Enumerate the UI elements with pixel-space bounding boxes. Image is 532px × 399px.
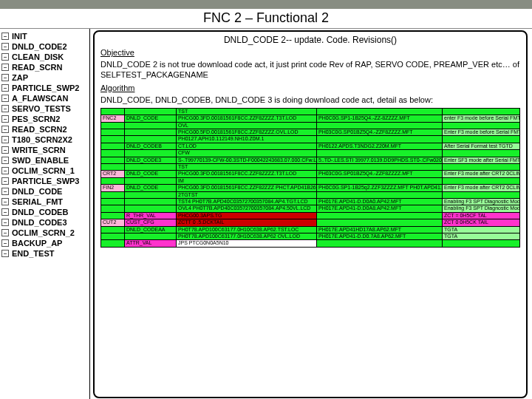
table-cell: PH0C0G.SP1-1B25Q4.-ZZ-8ZZZZ.MFT xyxy=(317,115,443,122)
tree-item-backup_ap[interactable]: BACKUP_AP xyxy=(1,238,88,248)
table-cell xyxy=(101,157,125,163)
table-cell xyxy=(101,108,125,115)
tree-sidebar: INITDNLD_CODE2CLEAN_DISKREAD_SCRNZAPPART… xyxy=(0,29,90,399)
table-cell xyxy=(125,164,177,171)
table-cell xyxy=(101,191,125,198)
expand-icon[interactable] xyxy=(1,167,9,174)
expand-icon[interactable] xyxy=(1,64,9,71)
expand-icon[interactable] xyxy=(1,219,9,226)
expand-icon[interactable] xyxy=(1,33,9,40)
tree-item-clean_disk[interactable]: CLEAN_DISK xyxy=(1,52,88,62)
table-cell xyxy=(101,226,125,233)
tree-item-swd_enable[interactable]: SWD_ENABLE xyxy=(1,155,88,166)
tree-item-write_scrn[interactable]: WRITE_SCRN xyxy=(1,145,88,155)
tree-item-label: OCLIM_SCRN_1 xyxy=(12,166,75,175)
table-row: TST4 PH0T7B.APD40C03572700357084.AP4.TGT… xyxy=(101,198,520,205)
tree-item-oclim_scrn_2[interactable]: OCLIM_SCRN_2 xyxy=(1,228,88,238)
table-cell xyxy=(317,219,443,226)
table-cell: CFW xyxy=(177,150,317,157)
table-cell: TST xyxy=(177,108,317,115)
tree-item-dnld_code[interactable]: DNLD_CODE xyxy=(1,186,88,197)
table-cell: Enter F3 mode after CRT2 0CLIM_SCFN stat… xyxy=(443,185,520,191)
tree-item-init[interactable]: INIT xyxy=(1,31,88,41)
table-cell: DNLD_CODE3 xyxy=(125,157,177,163)
tree-item-read_scrn2[interactable]: READ_SCRN2 xyxy=(1,124,88,134)
table-row: IM xyxy=(101,177,520,184)
table-cell xyxy=(101,136,125,143)
table-cell: 5..TD-.LES.STI 39977.0139.DD9PHDS.ST0-.C… xyxy=(317,157,443,163)
expand-icon[interactable] xyxy=(1,188,9,195)
table-cell: CRT2 xyxy=(101,171,125,177)
tree-item-particle_swp3[interactable]: PARTICLE_SWP3 xyxy=(1,176,88,186)
table-cell xyxy=(101,150,125,157)
tree-item-pes_scrn2[interactable]: PES_SCRN2 xyxy=(1,114,88,124)
tree-item-end_test[interactable]: END_TEST xyxy=(1,248,88,259)
tree-item-label: OCLIM_SCRN_2 xyxy=(12,228,75,237)
tree-item-particle_swp2[interactable]: PARTICLE_SWP2 xyxy=(1,83,88,93)
table-row: DNLD_CODEAAPH0T78.APD100C63177.0H10C638.… xyxy=(101,226,520,233)
expand-icon[interactable] xyxy=(1,198,9,205)
expand-icon[interactable] xyxy=(1,74,9,81)
table-cell: PH03C0G.SP01BZ5Q4.-ZZF8ZZZZ.MFT xyxy=(317,171,443,177)
expand-icon[interactable] xyxy=(1,146,9,154)
table-cell xyxy=(443,240,520,247)
expand-icon[interactable] xyxy=(1,43,9,50)
page-title: FNC 2 – Functional 2 xyxy=(0,9,532,29)
table-cell: TGTA xyxy=(443,233,520,239)
table-cell xyxy=(125,198,177,205)
tree-item-zap[interactable]: ZAP xyxy=(1,72,88,83)
table-cell: FIN2 xyxy=(101,185,125,191)
tree-item-label: A_FLAWSCAN xyxy=(12,94,68,103)
table-cell xyxy=(101,164,125,171)
table-cell: FNC2 xyxy=(101,115,125,122)
table-cell: ZCT = 0H5CF TAL xyxy=(443,212,520,219)
table-cell xyxy=(101,205,125,212)
function-title: DNLD_CODE 2-- update. Code. Revisions() xyxy=(100,35,520,47)
expand-icon[interactable] xyxy=(1,53,9,61)
tree-item-dnld_code3[interactable]: DNLD_CODE3 xyxy=(1,217,88,228)
tree-item-t180_scrn2x2[interactable]: T180_SCRN2X2 xyxy=(1,134,88,145)
table-cell: Enabling F3 SPT Diagnostic Mode TGT5 xyxy=(443,205,520,212)
expand-icon[interactable] xyxy=(1,229,9,236)
objective-text: DNLD_CODE 2 is not true download code ac… xyxy=(100,59,520,81)
table-cell: PH0122.APDS.T3NDG2.Z20M.MFT xyxy=(317,143,443,149)
tree-item-read_scrn[interactable]: READ_SCRN xyxy=(1,62,88,72)
tree-item-serial_fmt[interactable]: SERIAL_FMT xyxy=(1,197,88,207)
table-cell xyxy=(317,212,443,219)
expand-icon[interactable] xyxy=(1,177,9,185)
tree-item-dnld_codeb[interactable]: DNLD_CODEB xyxy=(1,207,88,217)
tree-item-dnld_code2[interactable]: DNLD_CODE2 xyxy=(1,41,88,52)
table-cell xyxy=(443,122,520,129)
table-row: FIN2DNLD_CODEPHCG00.3FD.00181561F8CC.ZZF… xyxy=(101,185,520,191)
table-cell: DNLD_CODEAA xyxy=(125,226,177,233)
expand-icon[interactable] xyxy=(1,115,9,123)
table-cell: DNLD_CODE xyxy=(125,185,177,191)
algorithm-text: DNLD_CODE, DNLD_CODEB, DNLD_CODE 3 is do… xyxy=(100,95,520,105)
expand-icon[interactable] xyxy=(1,95,9,102)
table-cell xyxy=(125,108,177,115)
tree-item-oclim_scrn_1[interactable]: OCLIM_SCRN_1 xyxy=(1,166,88,176)
expand-icon[interactable] xyxy=(1,136,9,143)
expand-icon[interactable] xyxy=(1,105,9,112)
table-cell: ATTR_VAL xyxy=(125,240,177,247)
table-row: 2TGTST xyxy=(101,191,520,198)
table-cell xyxy=(125,191,177,198)
table-cell xyxy=(125,205,177,212)
table-cell: Enter F3 mode after CRT2 0CLIM_SCFN stat… xyxy=(443,171,520,177)
expand-icon[interactable] xyxy=(1,126,9,133)
expand-icon[interactable] xyxy=(1,250,9,257)
table-cell: Enter SF3 mode after Serial FMT 3TP xyxy=(443,157,520,163)
table-cell: JPS PTCG0N0A5N10 xyxy=(177,240,317,247)
tree-item-a_flawscan[interactable]: A_FLAWSCAN xyxy=(1,93,88,103)
expand-icon[interactable] xyxy=(1,208,9,216)
tree-item-servo_tests[interactable]: SERVO_TESTS xyxy=(1,103,88,114)
expand-icon[interactable] xyxy=(1,84,9,92)
expand-icon[interactable] xyxy=(1,157,9,164)
table-cell xyxy=(317,164,443,171)
expand-icon[interactable] xyxy=(1,239,9,247)
algorithm-heading: Algorithm xyxy=(100,83,520,92)
tree-item-label: DNLD_CODE2 xyxy=(12,42,67,51)
table-cell: PHCG00.3APS.TG xyxy=(177,212,317,219)
tree-item-label: SERVO_TESTS xyxy=(12,104,71,113)
table-cell xyxy=(125,136,177,143)
